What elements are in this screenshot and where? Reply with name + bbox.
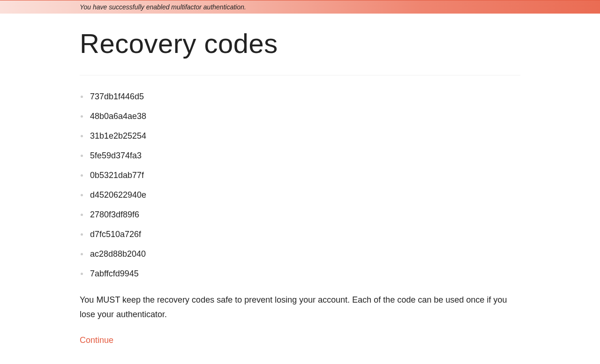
recovery-code: 31b1e2b25254 [80, 132, 520, 140]
recovery-code: ac28d88b2040 [80, 250, 520, 258]
recovery-code: 5fe59d374fa3 [80, 151, 520, 160]
recovery-code: 0b5321dab77f [80, 171, 520, 179]
page-title: Recovery codes [80, 28, 520, 59]
recovery-code: 48b0a6a4ae38 [80, 112, 520, 120]
recovery-code: 737db1f446d5 [80, 92, 520, 101]
banner-message: You have successfully enabled multifacto… [80, 3, 246, 11]
recovery-code: d4520622940e [80, 191, 520, 199]
main-content: Recovery codes 737db1f446d5 48b0a6a4ae38… [80, 14, 520, 345]
divider [80, 75, 520, 75]
recovery-code: 2780f3df89f6 [80, 210, 520, 219]
continue-link[interactable]: Continue [80, 335, 113, 345]
recovery-code: 7abffcfd9945 [80, 269, 520, 278]
instructions-text: You MUST keep the recovery codes safe to… [80, 293, 520, 321]
recovery-code: d7fc510a726f [80, 230, 520, 238]
recovery-codes-list: 737db1f446d5 48b0a6a4ae38 31b1e2b25254 5… [80, 92, 520, 278]
success-banner: You have successfully enabled multifacto… [0, 0, 600, 14]
